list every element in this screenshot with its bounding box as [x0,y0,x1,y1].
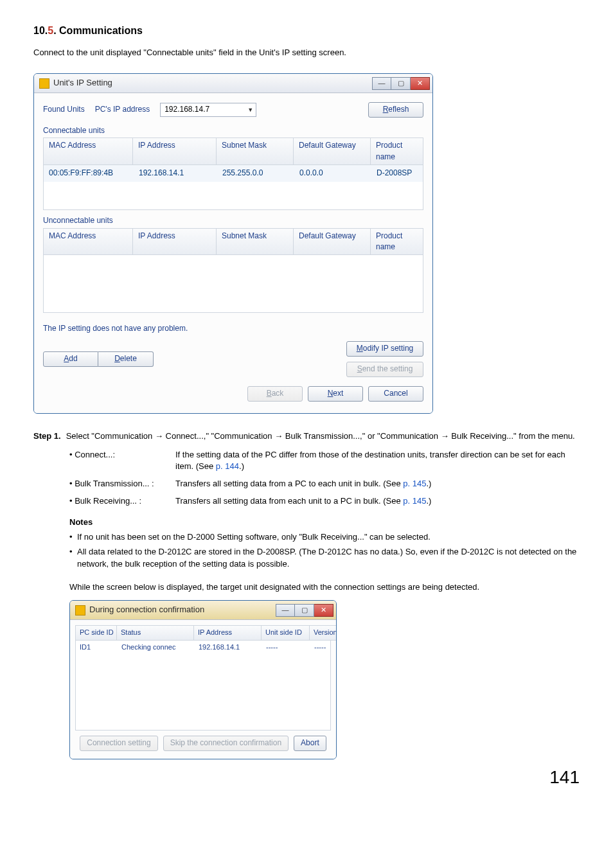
col-gw[interactable]: Default Gateway [294,228,371,256]
connection-setting-button: Connection setting [80,736,157,751]
def-bulkrx-body: Transfers all setting data from each uni… [175,495,580,508]
window-title: During connection confirmation [89,604,204,616]
step1-label: Step 1. [33,430,61,443]
connectable-units-label: Connectable units [43,125,423,136]
abort-button[interactable]: Abort [294,736,326,751]
def-connect-body: If the setting data of the PC differ fro… [175,449,580,474]
connectable-body: 00:05:F9:FF:89:4B 192.168.14.1 255.255.0… [43,165,423,210]
col-gw[interactable]: Default Gateway [294,137,371,165]
pc-ip-dropdown[interactable]: 192.168.14.7 ▼ [160,103,256,117]
link-p145-rx[interactable]: p. 145 [403,496,426,506]
note-1: If no unit has been set on the D-2000 Se… [69,531,580,544]
delete-button[interactable]: Delete [98,351,154,367]
col-prod[interactable]: Product name [371,137,423,165]
cell-prod: D-2008SP [371,165,423,181]
col-prod[interactable]: Product name [371,228,423,256]
section-heading: 10.5. Communications [33,23,580,38]
close-button-icon[interactable]: ✕ [411,77,430,90]
col-ver[interactable]: Version [310,625,337,641]
app-icon [39,78,49,89]
close-button-icon[interactable]: ✕ [314,604,333,617]
table-row[interactable]: ID1 Checking connec 192.168.14.1 ----- -… [76,641,330,655]
page-number: 141 [549,765,580,791]
col-ip[interactable]: IP Address [194,625,262,641]
add-button[interactable]: Add [43,351,98,367]
col-pcid[interactable]: PC side ID [75,625,117,641]
maximize-button-icon[interactable]: ▢ [391,77,411,90]
def-bulktx-body: Transfers all setting data from a PC to … [175,478,580,490]
cell-status: Checking connec [118,641,195,655]
back-button: Back [247,386,303,402]
cell-pcid: ID1 [76,641,118,655]
modify-ip-button[interactable]: Modify IP setting [346,341,423,357]
window-controls: — ▢ ✕ [372,77,430,90]
cancel-button[interactable]: Cancel [368,386,423,402]
unconnectable-header: MAC Address IP Address Subnet Mask Defau… [43,228,423,256]
cell-gw: 0.0.0.0 [294,165,371,181]
cell-ip: 192.168.14.1 [134,165,217,181]
col-mask[interactable]: Subnet Mask [217,137,294,165]
send-setting-button: Send the setting [346,362,423,377]
conn-body: ID1 Checking connec 192.168.14.1 ----- -… [75,641,331,731]
section-suffix: . Communications [53,25,143,36]
minimize-button-icon[interactable]: — [372,77,391,90]
refresh-button[interactable]: Reflesh [368,102,423,118]
minimize-button-icon[interactable]: — [276,604,295,617]
note-2: All data related to the D-2012C are stor… [69,546,580,571]
cell-unitid: ----- [262,641,310,655]
notes-heading: Notes [69,517,580,529]
found-units-label: Found Units [43,104,85,115]
window-title: Unit's IP Setting [53,77,112,89]
skip-confirmation-button: Skip the connection confirmation [163,736,289,751]
col-mask[interactable]: Subnet Mask [217,228,294,256]
titlebar[interactable]: Unit's IP Setting — ▢ ✕ [34,74,432,93]
pc-ip-label: PC's IP address [95,104,150,115]
link-p145-tx[interactable]: p. 145 [403,479,426,488]
connection-confirmation-window: During connection confirmation — ▢ ✕ PC … [69,600,337,759]
next-button[interactable]: Next [308,386,363,402]
intro-text: Connect to the unit displayed "Connectab… [33,47,580,59]
connectable-header: MAC Address IP Address Subnet Mask Defau… [43,137,423,165]
step1-body: Select "Communication → Connect...," "Co… [66,430,580,443]
window-controls: — ▢ ✕ [276,604,333,617]
col-mac[interactable]: MAC Address [43,137,133,165]
def-connect-term: • Connect...: [69,449,175,474]
section-number-red: 5 [48,25,53,36]
maximize-button-icon[interactable]: ▢ [295,604,314,617]
table-row[interactable]: 00:05:F9:FF:89:4B 192.168.14.1 255.255.0… [44,165,423,181]
units-ip-setting-window: Unit's IP Setting — ▢ ✕ Found Units PC's… [33,73,433,414]
cell-ver: ----- [310,641,330,655]
col-status[interactable]: Status [117,625,194,641]
def-bulktx-term: • Bulk Transmission... : [69,478,175,490]
col-ip[interactable]: IP Address [133,137,217,165]
pc-ip-value: 192.168.14.7 [164,104,209,115]
titlebar[interactable]: During connection confirmation — ▢ ✕ [70,601,336,620]
conn-header: PC side ID Status IP Address Unit side I… [75,625,331,641]
section-prefix: 10. [33,25,48,36]
app-icon [75,605,85,616]
chevron-down-icon: ▼ [247,106,253,114]
status-message: The IP setting does not have any problem… [43,323,423,334]
cell-mac: 00:05:F9:FF:89:4B [44,165,134,181]
unconnectable-units-label: Unconnectable units [43,215,423,226]
cell-ip: 192.168.14.1 [195,641,262,655]
cell-mask: 255.255.0.0 [217,165,294,181]
unconnectable-body [43,255,423,313]
transition-paragraph: While the screen below is displayed, the… [69,581,580,594]
col-ip[interactable]: IP Address [133,228,217,256]
col-unitid[interactable]: Unit side ID [262,625,310,641]
def-bulkrx-term: • Bulk Receiving... : [69,495,175,508]
link-p144[interactable]: p. 144 [216,461,239,471]
col-mac[interactable]: MAC Address [43,228,133,256]
